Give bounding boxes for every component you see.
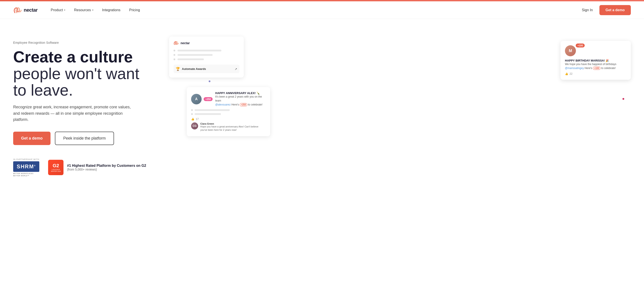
hero-title: Create a culture people won't want to le…: [13, 49, 156, 99]
birthday-points-badge: +100: [576, 44, 585, 48]
sidebar-item-3: [174, 59, 240, 60]
anniversary-inline-points: +250: [240, 103, 247, 106]
nav-logo[interactable]: nectar: [13, 7, 38, 14]
anniversary-title: HAPPY ANNIVERSARY ALEX! 🍾: [215, 91, 266, 95]
trophy-icon: 🏆: [176, 67, 180, 71]
thumbs-up-icon: 👍: [565, 72, 568, 75]
nectar-logo-icon: [13, 7, 22, 14]
hero-buttons: Get a demo Peek inside the platform: [13, 132, 156, 145]
anniv-sidebar-item-2: [191, 113, 266, 115]
nav-resources[interactable]: Resources ▾: [74, 8, 93, 12]
anniversary-mention: @alexsuarez: [215, 103, 231, 106]
nav-integrations[interactable]: Integrations: [102, 8, 120, 12]
g2-section: G2 Leader WINTER 2024 #1 Highest Rated P…: [48, 160, 146, 175]
sidebar-dot-1: [174, 50, 175, 52]
hero-title-bold: Create a culture: [13, 49, 156, 66]
cursor-icon: ↗: [234, 67, 237, 71]
nav-product[interactable]: Product ▾: [51, 8, 65, 12]
hero-left: Employee Recognition Software Create a c…: [13, 37, 156, 177]
hero-peek-button[interactable]: Peek inside the platform: [55, 132, 114, 145]
anniv-bar-1: [194, 109, 230, 111]
thumbs-up-icon-2: 👍: [191, 118, 194, 121]
nav-actions: Sign In Get a demo: [582, 5, 631, 15]
shrm-badge: IN PARTNERSHIP WITH SHRM® BETTER WORKPLA…: [13, 158, 39, 177]
anniversary-header: A +250 HAPPY ANNIVERSARY ALEX! 🍾 It's be…: [191, 91, 266, 107]
resources-chevron-icon: ▾: [92, 9, 93, 11]
birthday-inline-points: +100: [593, 67, 600, 70]
shrm-partner-text: IN PARTNERSHIP WITH: [13, 158, 39, 160]
commenter-section: CG Ciara Green Hope you have a great ann…: [191, 122, 266, 132]
sign-in-link[interactable]: Sign In: [582, 8, 593, 12]
sidebar-dot-2: [174, 54, 175, 56]
product-chevron-icon: ▾: [64, 9, 65, 11]
nav: nectar Product ▾ Resources ▾ Integration…: [0, 1, 644, 19]
anniversary-like-count: 17: [196, 118, 198, 121]
g2-subtitle: (from 5,000+ reviews): [67, 168, 146, 171]
deco-dot-2: [209, 80, 210, 82]
mockup-container: nectar �: [169, 37, 631, 146]
birthday-header: M +100: [565, 45, 626, 56]
sidebar-dot-3: [174, 59, 175, 60]
hero-get-demo-button[interactable]: Get a demo: [13, 132, 50, 145]
nav-pricing[interactable]: Pricing: [129, 8, 140, 12]
hero-tag: Employee Recognition Software: [13, 41, 156, 44]
anniv-bar-2: [194, 113, 221, 115]
sidebar-bar-1: [178, 50, 222, 52]
hero-right: nectar �: [169, 37, 631, 146]
hero-description: Recognize great work, increase engagemen…: [13, 104, 136, 123]
g2-leader-text: Leader: [52, 169, 60, 171]
anniversary-avatar: A: [191, 94, 202, 104]
nav-links: Product ▾ Resources ▾ Integrations Prici…: [51, 8, 582, 12]
shrm-sub2: BETTER WORLD™: [13, 175, 39, 177]
birthday-avatar-wrapper: M +100: [565, 45, 576, 56]
anniversary-points-badge: +250: [204, 97, 212, 101]
automate-awards-item[interactable]: 🏆 Automate Awards ↗: [174, 65, 240, 73]
birthday-like-count: 22: [570, 72, 572, 75]
anniv-sidebar-items: [191, 109, 266, 115]
anniv-dot-1: [191, 109, 193, 111]
sidebar-bar-3: [178, 59, 204, 60]
hero-title-light1: people won't want: [13, 66, 156, 82]
sidebar-item-2: [174, 54, 240, 56]
shrm-sub1: BETTER WORKPLACES: [13, 172, 39, 175]
birthday-likes-row: 👍 22: [565, 72, 626, 75]
commenter-text: Hope you have a great anniversary Alex! …: [200, 125, 266, 132]
g2-title: #1 Highest Rated Platform by Customers o…: [67, 164, 146, 168]
card-nectar-logo: nectar: [174, 41, 240, 45]
birthday-avatar: M: [565, 45, 576, 56]
g2-season-text: WINTER 2024: [51, 171, 61, 172]
shrm-registered-icon: ®: [34, 165, 36, 167]
hero-title-light2: to leave.: [13, 82, 156, 99]
anniversary-card: A +250 HAPPY ANNIVERSARY ALEX! 🍾 It's be…: [187, 87, 270, 136]
birthday-card: M +100 HAPPY BIRTHDAY MARISSA! 🎉 We hope…: [560, 41, 631, 80]
birthday-title: HAPPY BIRTHDAY MARISSA! 🎉: [565, 59, 626, 62]
card-nectar-logo-icon: [174, 41, 179, 45]
nav-get-demo-button[interactable]: Get a demo: [600, 5, 631, 15]
nav-logo-text: nectar: [24, 7, 38, 13]
automate-awards-text: Automate Awards: [182, 67, 206, 71]
sidebar-card: nectar �: [169, 37, 244, 78]
anniversary-body: It's been a great 2 years with you on th…: [215, 95, 266, 107]
deco-line-1: [622, 98, 624, 100]
sidebar-bar-2: [178, 54, 212, 56]
card-nectar-logo-text: nectar: [180, 41, 190, 45]
hero-section: Employee Recognition Software Create a c…: [0, 19, 644, 190]
g2-text: #1 Highest Rated Platform by Customers o…: [67, 164, 146, 171]
badges-row: IN PARTNERSHIP WITH SHRM® BETTER WORKPLA…: [13, 158, 156, 177]
anniversary-likes-row: 👍 17: [191, 118, 266, 121]
shrm-logo-text: SHRM: [17, 163, 34, 169]
anniv-content: HAPPY ANNIVERSARY ALEX! 🍾 It's been a gr…: [215, 91, 266, 107]
anniv-avatar-wrapper: A +250: [191, 94, 202, 104]
g2-badge: G2 Leader WINTER 2024: [48, 160, 64, 175]
sidebar-item-1: [174, 50, 240, 52]
commenter-content: Ciara Green Hope you have a great annive…: [200, 122, 266, 132]
g2-logo-text: G2: [53, 163, 59, 169]
birthday-mention: @marissatingey: [565, 67, 584, 70]
anniv-sidebar-item-1: [191, 109, 266, 111]
birthday-avatar-img: M: [565, 45, 576, 56]
birthday-body: We hope you have the happiest of birthda…: [565, 62, 626, 70]
commenter-avatar: CG: [191, 122, 198, 129]
sidebar-items: [174, 50, 240, 60]
commenter-name: Ciara Green: [200, 122, 266, 125]
anniv-dot-2: [191, 113, 193, 115]
